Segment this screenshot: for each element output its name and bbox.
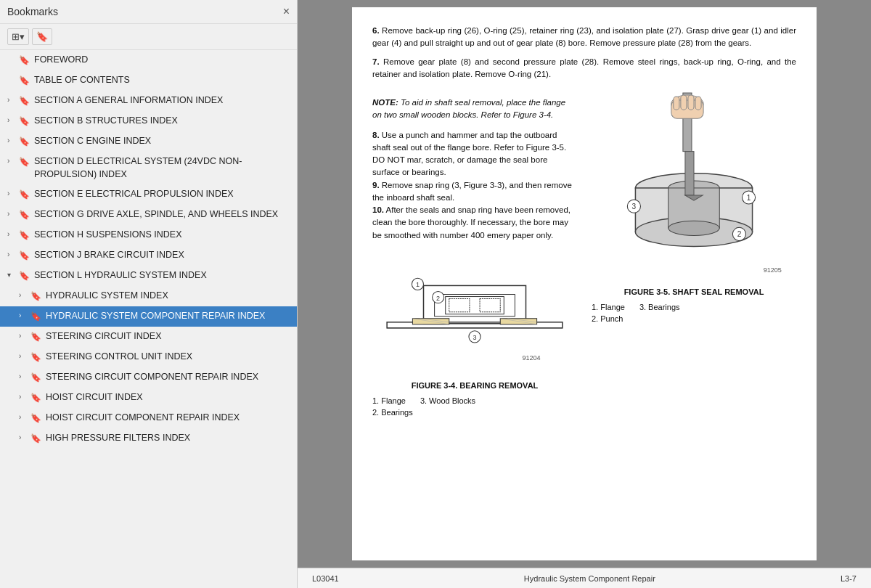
bookmark-item-hyd-comp[interactable]: ›🔖HYDRAULIC SYSTEM COMPONENT REPAIR INDE… [0, 306, 297, 327]
chevron-down-icon: ▾ [20, 31, 25, 42]
bookmark-item-sec-g[interactable]: ›🔖SECTION G DRIVE AXLE, SPINDLE, AND WHE… [0, 205, 297, 225]
bookmark-item-sec-b[interactable]: ›🔖SECTION B STRUCTURES INDEX [0, 111, 297, 131]
bookmarks-list[interactable]: 🔖FOREWORD🔖TABLE OF CONTENTS›🔖SECTION A G… [0, 50, 297, 588]
bookmark-label-sec-h: SECTION H SUSPENSIONS INDEX [34, 229, 293, 242]
bookmark-icon-steer-circ: 🔖 [30, 331, 42, 343]
document-footer: L03041 Hydraulic System Component Repair… [298, 568, 871, 588]
bookmark-label-hoist-comp: HOIST CIRCUIT COMPONENT REPAIR INDEX [46, 412, 293, 425]
bookmark-label-sec-a: SECTION A GENERAL INFORMATION INDEX [34, 94, 293, 107]
bookmark-item-hoist-comp[interactable]: ›🔖HOIST CIRCUIT COMPONENT REPAIR INDEX [0, 408, 297, 428]
expand-icon-sec-d[interactable]: › [7, 156, 17, 166]
svg-rect-23 [674, 97, 679, 110]
bookmark-icon-sec-e: 🔖 [19, 189, 30, 201]
expand-icon-sec-c[interactable]: › [7, 136, 17, 146]
expand-icon-steer-circ[interactable]: › [19, 331, 29, 341]
expand-icon-sec-j[interactable]: › [7, 250, 17, 260]
bookmark-label-steer-circ: STEERING CIRCUIT INDEX [46, 330, 293, 343]
bookmark-icon-hyd-sys: 🔖 [30, 290, 42, 303]
expand-icon-hoist-comp[interactable]: › [19, 412, 29, 422]
footer-title: Hydraulic System Component Repair [524, 574, 655, 583]
bookmark-icon-sec-d: 🔖 [19, 156, 30, 168]
bookmark-item-sec-e[interactable]: ›🔖SECTION E ELECTRICAL PROPULSION INDEX [0, 184, 297, 205]
step-7: 7. Remove gear plate (8) and second pres… [372, 56, 796, 81]
figure-5-container: 2 1 3 91205 FIGURE 3-5. SHAFT SEAL REMOV… [592, 89, 796, 325]
bookmarks-panel: Bookmarks × ⊞ ▾ 🔖 🔖FOREWORD🔖TABLE OF CON… [0, 0, 298, 588]
expand-icon-sec-l[interactable]: ▾ [7, 270, 17, 280]
expand-icon-high-press[interactable]: › [19, 433, 29, 443]
figure-5-svg: 2 1 3 91205 [592, 89, 796, 279]
bookmark-item-toc[interactable]: 🔖TABLE OF CONTENTS [0, 70, 297, 91]
figure-5-labels: 1. Flange 3. Bearings 2. Punch [592, 301, 796, 325]
bookmark-label-sec-e: SECTION E ELECTRICAL PROPULSION INDEX [34, 188, 293, 201]
figure-4-svg: 1 2 3 91204 [372, 242, 577, 373]
expand-icon-sec-g[interactable]: › [7, 209, 17, 219]
bookmark-icon-steer-comp: 🔖 [30, 372, 42, 384]
svg-rect-26 [695, 97, 701, 110]
document-page: 6. Remove back-up ring (26), O-ring (25)… [352, 7, 817, 560]
expand-icon-sec-e[interactable]: › [7, 189, 17, 199]
bookmark-item-sec-c[interactable]: ›🔖SECTION C ENGINE INDEX [0, 131, 297, 152]
figure-4-labels: 1. Flange 3. Wood Blocks 2. Bearings [372, 395, 577, 419]
figure-4-caption: FIGURE 3-4. BEARING REMOVAL [372, 380, 577, 392]
step-9: 9. Remove snap ring (3, Figure 3-3), and… [372, 179, 577, 205]
expand-icon-hyd-sys[interactable]: › [19, 290, 29, 301]
expand-icon-sec-h[interactable]: › [7, 229, 17, 240]
bookmark-item-sec-a[interactable]: ›🔖SECTION A GENERAL INFORMATION INDEX [0, 91, 297, 111]
view-options-button[interactable]: ⊞ ▾ [7, 28, 29, 45]
expand-icon-steer-comp[interactable]: › [19, 372, 29, 382]
step-10: 10. After the seals and snap ring have b… [372, 204, 577, 242]
document-content[interactable]: 6. Remove back-up ring (26), O-ring (25)… [298, 0, 871, 568]
close-button[interactable]: × [283, 6, 290, 17]
bookmark-label-sec-d: SECTION D ELECTRICAL SYSTEM (24VDC NON-P… [34, 155, 293, 181]
bookmark-item-hoist-circ[interactable]: ›🔖HOIST CIRCUIT INDEX [0, 388, 297, 408]
svg-rect-33 [685, 152, 694, 195]
bookmark-icon-toc: 🔖 [19, 75, 30, 87]
expand-icon-hoist-circ[interactable]: › [19, 392, 29, 402]
bookmark-label-foreword: FOREWORD [34, 54, 293, 67]
bookmark-item-sec-d[interactable]: ›🔖SECTION D ELECTRICAL SYSTEM (24VDC NON… [0, 152, 297, 184]
bookmark-label-hyd-comp: HYDRAULIC SYSTEM COMPONENT REPAIR INDEX [46, 310, 293, 323]
bookmarks-header: Bookmarks × [0, 0, 297, 24]
bookmarks-toolbar: ⊞ ▾ 🔖 [0, 24, 297, 50]
bookmark-label-sec-j: SECTION J BRAKE CIRCUIT INDEX [34, 249, 293, 262]
expand-icon-hyd-comp[interactable]: › [19, 311, 29, 321]
expand-icon-steer-ctrl[interactable]: › [19, 351, 29, 362]
bookmark-item-steer-circ[interactable]: ›🔖STEERING CIRCUIT INDEX [0, 327, 297, 347]
bookmark-item-foreword[interactable]: 🔖FOREWORD [0, 50, 297, 70]
fig4-label-3: 3. Wood Blocks [420, 395, 475, 407]
svg-text:1: 1 [416, 281, 420, 288]
fig5-label-1: 1. Flange [592, 301, 625, 314]
bookmark-label-hoist-circ: HOIST CIRCUIT INDEX [46, 391, 293, 404]
bookmark-label-sec-c: SECTION C ENGINE INDEX [34, 135, 293, 148]
fig5-label-3: 3. Bearings [639, 301, 680, 314]
bookmark-icon-sec-j: 🔖 [19, 250, 30, 262]
bookmark-item-steer-comp[interactable]: ›🔖STEERING CIRCUIT COMPONENT REPAIR INDE… [0, 367, 297, 388]
bookmark-icon-sec-g: 🔖 [19, 209, 30, 221]
bookmark-label-steer-comp: STEERING CIRCUIT COMPONENT REPAIR INDEX [46, 371, 293, 384]
view-grid-icon: ⊞ [12, 31, 20, 42]
bookmark-item-steer-ctrl[interactable]: ›🔖STEERING CONTROL UNIT INDEX [0, 347, 297, 367]
bookmark-item-sec-h[interactable]: ›🔖SECTION H SUSPENSIONS INDEX [0, 225, 297, 245]
svg-text:91204: 91204 [522, 354, 540, 362]
svg-text:2: 2 [436, 294, 440, 301]
figure-5-caption: FIGURE 3-5. SHAFT SEAL REMOVAL [592, 286, 796, 298]
expand-icon-sec-b[interactable]: › [7, 115, 17, 126]
bookmark-label-sec-g: SECTION G DRIVE AXLE, SPINDLE, AND WHEEL… [34, 208, 293, 221]
bookmark-icon: 🔖 [36, 31, 48, 42]
bookmark-icon-high-press: 🔖 [30, 433, 42, 445]
step-6: 6. Remove back-up ring (26), O-ring (25)… [372, 25, 796, 50]
bookmark-item-hyd-sys[interactable]: ›🔖HYDRAULIC SYSTEM INDEX [0, 286, 297, 306]
expand-icon-sec-a[interactable]: › [7, 95, 17, 105]
fig5-label-2: 2. Punch [592, 313, 623, 325]
footer-doc-id: L03041 [312, 574, 339, 583]
step-8: 8. Use a punch and hammer and tap the ou… [372, 129, 577, 179]
bookmark-item-sec-l[interactable]: ▾🔖SECTION L HYDRAULIC SYSTEM INDEX [0, 266, 297, 286]
bookmark-icon-sec-l: 🔖 [19, 270, 30, 282]
bookmark-add-button[interactable]: 🔖 [32, 28, 52, 45]
bookmark-label-sec-l: SECTION L HYDRAULIC SYSTEM INDEX [34, 269, 293, 282]
bookmark-icon-hyd-comp: 🔖 [30, 311, 42, 323]
svg-point-32 [668, 221, 719, 235]
fig4-label-1: 1. Flange [372, 395, 406, 407]
bookmark-item-sec-j[interactable]: ›🔖SECTION J BRAKE CIRCUIT INDEX [0, 245, 297, 266]
bookmark-item-high-press[interactable]: ›🔖HIGH PRESSURE FILTERS INDEX [0, 428, 297, 449]
